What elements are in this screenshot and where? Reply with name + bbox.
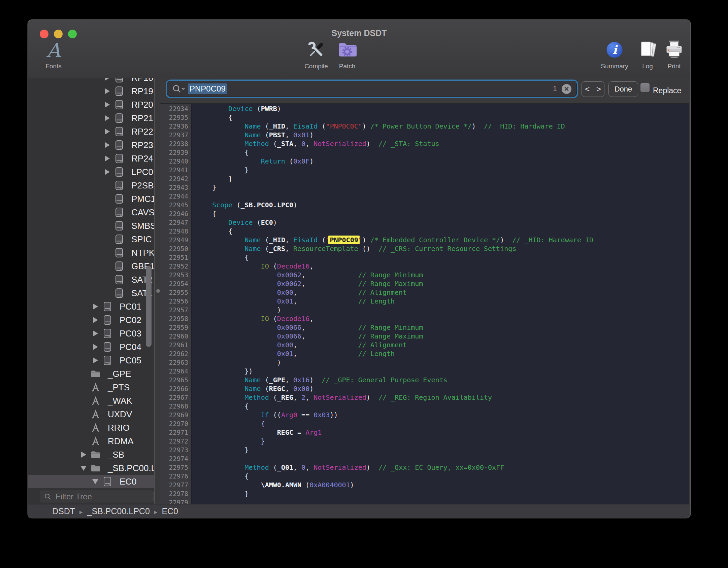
disclosure-collapsed-icon[interactable] [102,125,112,138]
disclosure-expanded-icon[interactable] [90,475,100,488]
line-number-gutter: 2293322934229352293622937229382293922940… [160,104,192,504]
tree-item-label: _SB.PC00.LP… [108,463,154,473]
tree-item-pmc1[interactable]: PMC1 [28,192,154,206]
code-line: IO (Decode16, [196,314,689,323]
tree-item-lpc0[interactable]: LPC0 [28,165,154,179]
toolbar-item-patch[interactable]: Patch [326,39,368,70]
app-window: System DSDT A Fonts [28,20,690,518]
tree-item-wak[interactable]: _WAK [28,394,154,407]
tree-item-smbs[interactable]: SMBS [28,219,154,233]
find-previous-button[interactable]: < [582,82,593,97]
code-line: Return (0x0F) [196,157,689,166]
disclosure-collapsed-icon[interactable] [102,165,112,179]
code-line: ) [196,306,689,314]
device-icon [102,328,113,339]
tree-item-sb-pc00-lp[interactable]: _SB.PC00.LP… [28,461,154,475]
line-number: 22944 [160,192,191,201]
disclosure-collapsed-icon[interactable] [90,313,100,327]
code-line: Name (_GPE, 0x16) // _GPE: General Purpo… [196,376,689,384]
tree-item-p2sb[interactable]: P2SB [28,179,154,192]
device-icon [114,78,125,83]
line-number: 22975 [160,463,191,472]
disclosure-collapsed-icon[interactable] [102,152,112,165]
tree-item-uxdv[interactable]: UXDV [28,407,154,421]
done-button[interactable]: Done [608,81,638,97]
tree-item-cavs[interactable]: CAVS [28,206,154,219]
tree-item-pc03[interactable]: PC03 [28,327,154,340]
search-field[interactable]: PNP0C09 1 ✕ [167,81,576,97]
tree-item-gbe1[interactable]: GBE1 [28,259,154,273]
code-editor[interactable]: 2293322934229352293622937229382293922940… [160,104,689,504]
code-line: Name (_HID, EisaId ("PNP0C09") /* Embedd… [196,236,689,244]
tree-item-sb[interactable]: _SB [28,448,154,461]
tree-item-rp24[interactable]: RP24 [28,152,154,165]
tree-item-rp20[interactable]: RP20 [28,98,154,111]
tree-item-label: LPC0 [131,167,153,177]
tree-item-ntpk[interactable]: NTPK [28,246,154,259]
disclosure-collapsed-icon[interactable] [90,354,100,367]
disclosure-collapsed-icon[interactable] [102,78,112,84]
device-icon [114,153,125,164]
disclosure-collapsed-icon[interactable] [78,448,89,461]
tree-item-rp23[interactable]: RP23 [28,138,154,152]
tree-item-pts[interactable]: _PTS [28,381,154,394]
code-line: { [196,148,689,157]
tree-item-rrio[interactable]: RRIO [28,421,154,434]
compile-icon [306,39,327,62]
breadcrumb-item[interactable]: DSDT [52,506,75,516]
tree-item-ec0[interactable]: EC0 [28,475,154,488]
line-number: 22960 [160,332,191,341]
disclosure-collapsed-icon[interactable] [102,98,112,111]
method-icon [90,395,101,406]
code-line: REGC = Arg1 [196,428,689,437]
code-line: } [196,166,689,174]
line-number: 22952 [160,262,191,271]
device-icon [114,261,125,272]
disclosure-collapsed-icon[interactable] [102,111,112,125]
toolbar-item-print[interactable]: Print [653,39,695,70]
tree-item-pc01[interactable]: PC01 [28,300,154,313]
tree-item-sat2[interactable]: SAT2 [28,273,154,286]
disclosure-collapsed-icon[interactable] [90,340,100,354]
tree-item-rdma[interactable]: RDMA [28,434,154,448]
find-next-button[interactable]: > [593,82,604,97]
tree-item-sat1[interactable]: SAT1 [28,286,154,300]
disclosure-collapsed-icon[interactable] [90,300,100,313]
tree-item-pc02[interactable]: PC02 [28,313,154,327]
sidebar-scrollbar-thumb[interactable] [146,266,152,347]
disclosure-collapsed-icon[interactable] [102,84,112,98]
tree-item-spic[interactable]: SPIC [28,233,154,246]
match-count: 1 [553,84,557,93]
disclosure-collapsed-icon[interactable] [90,327,100,340]
code-line: } [196,437,689,446]
search-menu-icon[interactable] [172,84,185,94]
breadcrumb-item[interactable]: EC0 [162,506,178,516]
code-line: } [196,446,689,454]
titlebar: System DSDT A Fonts [28,20,690,78]
disclosure-collapsed-icon[interactable] [102,138,112,152]
tree-item-rp22[interactable]: RP22 [28,125,154,138]
tree-item-pc05[interactable]: PC05 [28,354,154,367]
filter-tree-field[interactable] [40,491,154,502]
filter-tree-input[interactable] [55,492,137,502]
clear-search-icon[interactable]: ✕ [562,84,571,94]
tree-item-rp21[interactable]: RP21 [28,111,154,125]
replace-label: Replace [653,78,681,103]
tree-item-rp19[interactable]: RP19 [28,84,154,98]
disclosure-expanded-icon[interactable] [78,461,89,475]
device-icon [102,476,113,487]
line-number: 22956 [160,297,191,306]
toolbar-item-fonts[interactable]: A Fonts [33,39,74,70]
tree-item-gpe[interactable]: _GPE [28,367,154,381]
replace-checkbox[interactable] [640,83,650,92]
line-number: 22970 [160,419,191,428]
tree-item-label: SPIC [131,234,152,245]
tree-item-label: P2SB [131,180,154,191]
search-input-value[interactable]: PNP0C09 [188,83,227,94]
tree-item-label: RRIO [108,423,130,433]
code-line: Method (_Q01, 0, NotSerialized) // _Qxx:… [196,463,689,472]
code-line: 0x0062, // Range Minimum [196,271,689,279]
breadcrumb-item[interactable]: _SB.PC00.LPC0 [87,506,150,516]
tree-item-pc04[interactable]: PC04 [28,340,154,354]
tree-item-rp18[interactable]: RP18 [28,78,154,84]
